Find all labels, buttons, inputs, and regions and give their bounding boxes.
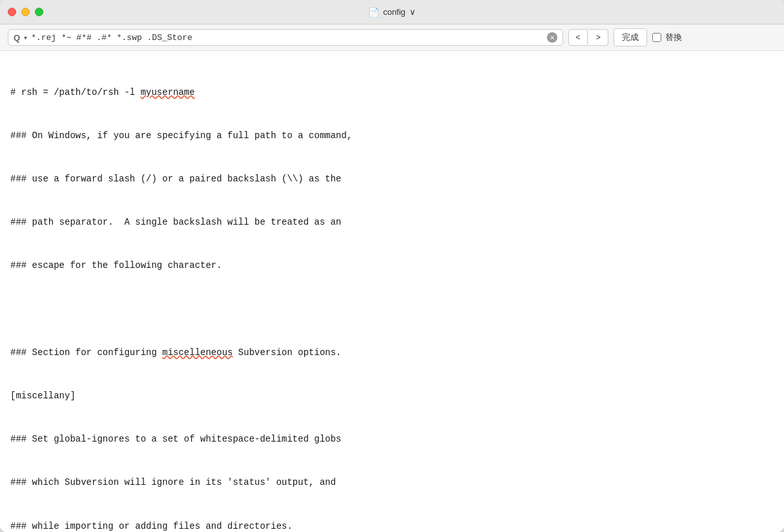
next-match-button[interactable]: >: [589, 29, 608, 46]
code-content-area[interactable]: # rsh = /path/to/rsh -l myusername ### O…: [0, 51, 784, 532]
main-window: 📄 config ∨ Q ▾ ✕ < > 完成 替換 # rsh = /path…: [0, 0, 784, 532]
line-5: ### escape for the following character.: [10, 258, 774, 272]
dropdown-icon: ∨: [409, 7, 416, 17]
title-text: config: [383, 7, 406, 17]
line-11: ### while importing or adding files and …: [10, 519, 774, 533]
clear-search-button[interactable]: ✕: [547, 32, 557, 43]
line-6: [10, 302, 774, 316]
code-text: # rsh = /path/to/rsh -l myusername ### O…: [10, 56, 774, 532]
line-7: ### Section for configuring miscelleneou…: [10, 345, 774, 360]
search-arrow-icon: ▾: [24, 34, 27, 41]
line-2: ### On Windows, if you are specifying a …: [10, 128, 774, 143]
file-icon: 📄: [368, 7, 379, 17]
replace-label: 替換: [665, 32, 682, 43]
line-8: [miscellany]: [10, 389, 774, 403]
search-input[interactable]: [31, 33, 543, 43]
replace-container: 替換: [652, 32, 682, 43]
close-button[interactable]: [8, 8, 16, 16]
done-button[interactable]: 完成: [614, 28, 647, 46]
toolbar: Q ▾ ✕ < > 完成 替換: [0, 25, 784, 51]
titlebar: 📄 config ∨: [0, 0, 784, 25]
line-1: # rsh = /path/to/rsh -l myusername: [10, 85, 774, 99]
window-title: 📄 config ∨: [368, 7, 416, 17]
search-q-icon: Q: [14, 33, 20, 43]
replace-checkbox[interactable]: [652, 33, 661, 42]
line-3: ### use a forward slash (/) or a paired …: [10, 172, 774, 186]
line-10: ### which Subversion will ignore in its …: [10, 475, 774, 489]
line-4: ### path separator. A single backslash w…: [10, 215, 774, 229]
nav-buttons: < >: [568, 29, 608, 46]
prev-match-button[interactable]: <: [568, 29, 588, 46]
traffic-lights: [8, 8, 43, 16]
maximize-button[interactable]: [35, 8, 43, 16]
line-9: ### Set global-ignores to a set of white…: [10, 432, 774, 446]
search-container: Q ▾ ✕: [8, 29, 563, 46]
minimize-button[interactable]: [21, 8, 30, 16]
